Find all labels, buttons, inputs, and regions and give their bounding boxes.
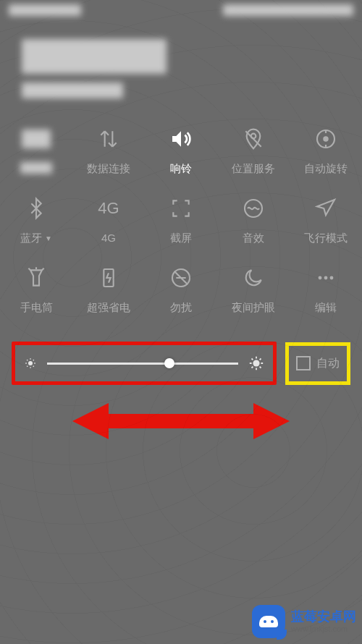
status-left-blurred <box>9 4 81 16</box>
watermark-title: 蓝莓安卓网 <box>291 610 356 624</box>
brightness-slider[interactable] <box>47 363 238 365</box>
status-right-blurred <box>223 4 353 16</box>
watermark-icon <box>252 605 285 638</box>
watermark-url: www.lmkjst.com <box>291 624 356 633</box>
date-blurred <box>22 82 123 98</box>
time-blurred <box>22 39 167 74</box>
wifi-label <box>20 162 52 174</box>
brightness-thumb[interactable] <box>164 358 174 368</box>
watermark: 蓝莓安卓网 www.lmkjst.com <box>252 605 356 638</box>
